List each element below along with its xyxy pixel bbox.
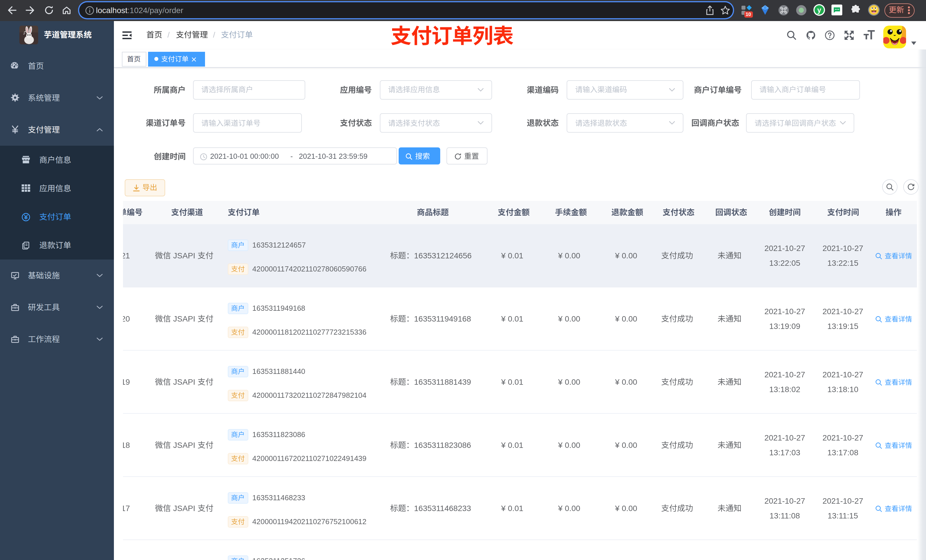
svg-text:y: y [817, 6, 821, 14]
